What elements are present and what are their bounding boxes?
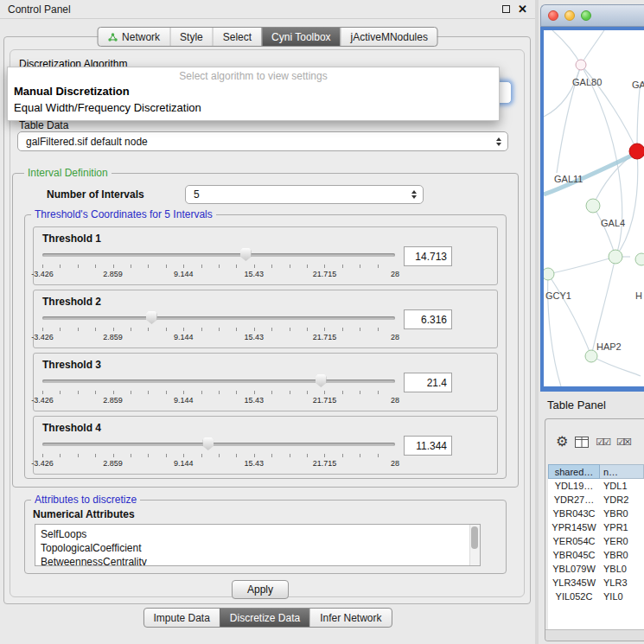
tab-network[interactable]: Network xyxy=(98,28,169,46)
list-item[interactable]: SelfLoops xyxy=(41,527,468,541)
slider-track[interactable] xyxy=(42,379,395,383)
cell-shared-name[interactable]: YLR345W xyxy=(548,576,600,590)
tab-style[interactable]: Style xyxy=(169,28,213,46)
network-canvas[interactable]: GAL80 GA GAL11 GAL4 GCY1 H HAP2 xyxy=(544,30,644,386)
cell-name[interactable]: YBR0 xyxy=(600,548,644,562)
dropdown-option-equal-width[interactable]: Equal Width/Frequency Discretization xyxy=(8,99,499,116)
tab-jactivemodules[interactable]: jActiveMNodules xyxy=(341,28,437,46)
table-row[interactable]: YBR045C YBR0 xyxy=(548,548,644,562)
table-row[interactable]: YPR145W YPR1 xyxy=(548,520,644,534)
tab-cyni-toolbox[interactable]: Cyni Toolbox xyxy=(261,28,340,46)
node-selected-red[interactable] xyxy=(629,143,644,159)
cell-shared-name[interactable]: YBR043C xyxy=(548,507,600,520)
number-of-intervals-combobox[interactable]: 5 xyxy=(185,185,424,204)
table-row[interactable]: YBR043C YBR0 xyxy=(548,507,644,520)
table-row[interactable]: YLR345W YLR3 xyxy=(548,576,644,590)
dropdown-option-manual-discretization[interactable]: Manual Discretization xyxy=(8,83,499,99)
threshold-3-value-field[interactable]: 21.4 xyxy=(404,373,452,392)
node[interactable] xyxy=(609,250,622,264)
slider-thumb[interactable] xyxy=(146,311,157,324)
node[interactable] xyxy=(576,60,586,70)
threshold-1-value-field[interactable]: 14.713 xyxy=(404,246,452,266)
cell-name[interactable]: YLR3 xyxy=(600,576,644,590)
threshold-3-panel: Threshold 3 -3.426 2.859 9.144 15.43 21.… xyxy=(33,353,498,411)
float-window-icon[interactable] xyxy=(502,5,510,13)
table-row[interactable]: YDL19… YDL1 xyxy=(548,479,644,493)
node[interactable] xyxy=(635,253,644,265)
screen: Control Panel ✕ Network Style xyxy=(0,0,644,644)
cell-shared-name[interactable]: YDL19… xyxy=(548,479,600,493)
node-label: H xyxy=(635,290,642,301)
tick-label: 9.144 xyxy=(174,396,194,405)
slider-tick-labels: -3.426 2.859 9.144 15.43 21.715 28 xyxy=(42,459,395,469)
cell-name[interactable]: YPR1 xyxy=(600,520,644,534)
cell-shared-name[interactable]: YDR27… xyxy=(548,493,600,507)
slider-track[interactable] xyxy=(42,443,395,446)
slider-thumb[interactable] xyxy=(316,374,327,387)
list-scrollbar[interactable] xyxy=(469,525,480,565)
scrollbar-thumb[interactable] xyxy=(471,526,478,549)
tick-label: 28 xyxy=(391,270,399,278)
close-traffic-light-icon[interactable] xyxy=(548,10,558,21)
tick-label: 21.715 xyxy=(313,396,337,405)
columns-icon[interactable] xyxy=(575,437,589,448)
cell-name[interactable]: YDL1 xyxy=(600,479,644,493)
apply-button[interactable]: Apply xyxy=(232,580,289,599)
threshold-1-slider[interactable] xyxy=(42,248,395,262)
combo-stepper-icon xyxy=(496,137,501,146)
list-item[interactable]: BetweennessCentrality xyxy=(41,555,468,566)
node[interactable] xyxy=(586,199,600,213)
threshold-2-value-field[interactable]: 6.316 xyxy=(404,309,452,329)
cell-shared-name[interactable]: YBR045C xyxy=(548,548,600,562)
table-body: YDL19… YDL1 YDR27… YDR2 YBR043C YBR0 YPR… xyxy=(548,479,644,629)
minimize-traffic-light-icon[interactable] xyxy=(564,10,575,21)
cell-shared-name[interactable]: YER054C xyxy=(548,534,600,548)
tab-discretize-data[interactable]: Discretize Data xyxy=(220,609,309,627)
node[interactable] xyxy=(544,268,554,280)
column-header-name[interactable]: n… xyxy=(600,464,644,479)
cell-name[interactable]: YER0 xyxy=(600,534,644,548)
list-item[interactable]: TopologicalCoefficient xyxy=(41,541,468,555)
cell-name[interactable]: YBR0 xyxy=(600,507,644,520)
threshold-4-slider[interactable] xyxy=(42,437,395,451)
table-row[interactable]: YBL079W YBL0 xyxy=(548,562,644,576)
threshold-4-value-field[interactable]: 11.344 xyxy=(404,436,452,456)
control-panel-window: Control Panel ✕ Network Style xyxy=(0,0,535,644)
slider-track[interactable] xyxy=(42,316,395,320)
cell-shared-name[interactable]: YBL079W xyxy=(548,562,600,576)
tab-select[interactable]: Select xyxy=(213,28,261,46)
threshold-3-slider[interactable] xyxy=(42,374,395,388)
cell-shared-name[interactable]: YIL052C xyxy=(548,590,600,603)
table-data-combobox[interactable]: galFiltered.sif default node xyxy=(17,131,508,151)
table-row[interactable]: YDR27… YDR2 xyxy=(548,493,644,507)
numerical-attributes-list[interactable]: SelfLoops TopologicalCoefficient Between… xyxy=(35,524,481,566)
tab-impute-data[interactable]: Impute Data xyxy=(143,609,219,627)
tab-jactivemodules-label: jActiveMNodules xyxy=(351,31,428,43)
slider-tickmarks xyxy=(42,328,395,331)
tick-label: -3.426 xyxy=(31,270,54,278)
threshold-2-slider[interactable] xyxy=(42,311,395,325)
node-label: HAP2 xyxy=(596,341,622,352)
clear-selection-checkboxes-icon[interactable]: ☑☒ xyxy=(616,437,630,448)
tab-infer-network[interactable]: Infer Network xyxy=(309,609,391,627)
column-header-shared-name[interactable]: shared… xyxy=(548,464,600,479)
slider-thumb[interactable] xyxy=(202,437,214,450)
titlebar-icons: ✕ xyxy=(502,3,527,15)
cell-name[interactable]: YIL0 xyxy=(600,590,644,603)
zoom-traffic-light-icon[interactable] xyxy=(581,10,591,21)
gear-icon[interactable]: ⚙ xyxy=(556,435,568,449)
cell-shared-name[interactable]: YPR145W xyxy=(548,520,600,534)
table-row[interactable]: YIL052C YIL0 xyxy=(548,590,644,603)
threshold-2-panel: Threshold 2 -3.426 2.859 9.144 15.43 21.… xyxy=(33,290,498,348)
table-row[interactable]: YER054C YER0 xyxy=(548,534,644,548)
close-icon[interactable]: ✕ xyxy=(518,3,527,15)
number-of-intervals-value: 5 xyxy=(194,188,200,201)
select-all-checkboxes-icon[interactable]: ☑☑ xyxy=(596,437,609,448)
slider-track[interactable] xyxy=(42,253,395,257)
table-data-value: galFiltered.sif default node xyxy=(26,136,148,148)
slider-thumb[interactable] xyxy=(240,248,252,261)
cell-name[interactable]: YDR2 xyxy=(600,493,644,507)
node[interactable] xyxy=(585,350,597,362)
cell-name[interactable]: YBL0 xyxy=(600,562,644,576)
dropdown-hint-option[interactable]: Select algorithm to view settings xyxy=(8,67,499,83)
